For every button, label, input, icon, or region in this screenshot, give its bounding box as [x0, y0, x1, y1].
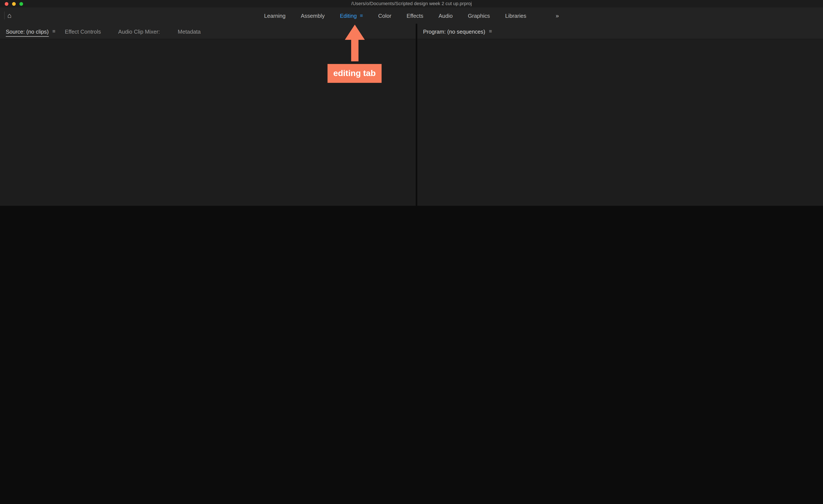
close-window-button[interactable] [5, 2, 8, 6]
tab-source[interactable]: Source: (no clips) [6, 28, 49, 34]
annotation-arrow-shaft [351, 39, 358, 61]
window-controls [5, 2, 23, 6]
program-panel-tabs: Program: (no sequences) ≡ [417, 24, 823, 39]
workspace-tab-learning[interactable]: Learning [264, 12, 286, 19]
panel-menu-icon[interactable]: ≡ [52, 28, 55, 34]
workspace-overflow-icon[interactable]: » [556, 12, 559, 19]
minimize-window-button[interactable] [12, 2, 16, 6]
workspace-tab-editing[interactable]: Editing [340, 12, 357, 19]
window-title: /Users/o/Documents/Scripted design week … [105, 0, 718, 7]
workspace-tab-assembly[interactable]: Assembly [301, 12, 324, 19]
tab-audio-clip-mixer[interactable]: Audio Clip Mixer: [118, 28, 160, 34]
workspace-tab-audio[interactable]: Audio [439, 12, 453, 19]
panel-menu-icon[interactable]: ≡ [489, 28, 492, 34]
tab-effect-controls[interactable]: Effect Controls [65, 28, 101, 34]
workspace-tab-graphics[interactable]: Graphics [468, 12, 490, 19]
workspace-tabs: Learning Assembly Editing ≡ Color Effect… [0, 7, 823, 24]
workspace-menu-icon[interactable]: ≡ [360, 13, 363, 18]
workspace-tab-effects[interactable]: Effects [406, 12, 423, 19]
tab-program[interactable]: Program: (no sequences) [423, 28, 485, 34]
annotation-label: editing tab [327, 64, 381, 83]
tab-metadata[interactable]: Metadata [178, 28, 201, 34]
annotation-arrow-head [345, 25, 365, 40]
program-viewer-area[interactable] [417, 39, 823, 206]
fullscreen-window-button[interactable] [19, 2, 23, 6]
premiere-pro-window: /Users/o/Documents/Scripted design week … [0, 0, 823, 206]
workspace-tab-libraries[interactable]: Libraries [505, 12, 526, 19]
workspace-tab-color[interactable]: Color [378, 12, 391, 19]
workspace-bar: ⌂ Learning Assembly Editing ≡ Color Effe… [0, 7, 823, 24]
program-monitor-panel: Program: (no sequences) ≡ 00;00;00;00 00… [417, 24, 823, 206]
workspace-tab-editing-group: Editing ≡ [340, 12, 363, 19]
macos-titlebar: /Users/o/Documents/Scripted design week … [0, 0, 823, 7]
